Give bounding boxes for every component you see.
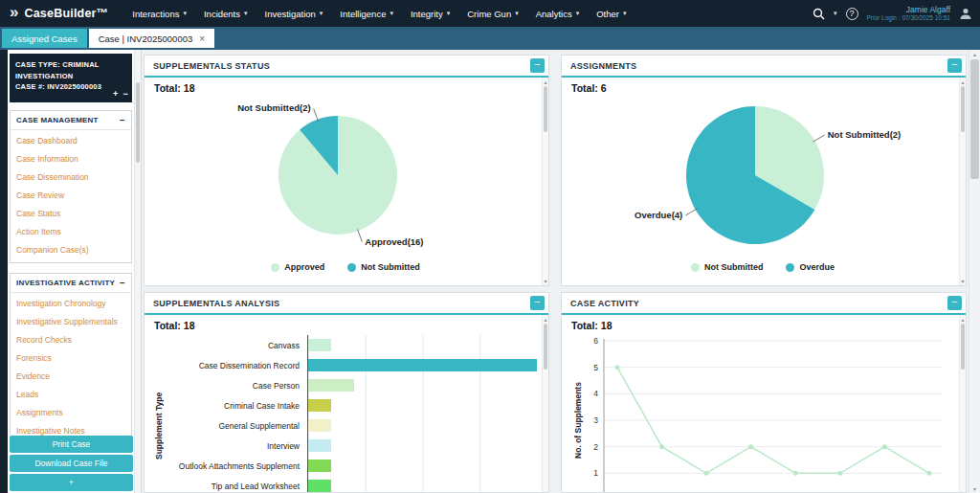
add-button[interactable]: + xyxy=(10,474,133,491)
bar-category-label: General Supplemental xyxy=(166,421,307,431)
scrollbar-thumb[interactable] xyxy=(961,324,965,370)
pie-label-not-submitted: Not Submitted(2) xyxy=(237,102,311,113)
tab-case[interactable]: Case | INV2025000003 × xyxy=(89,29,214,48)
page-scrollbar[interactable]: ▴ ▾ xyxy=(969,50,980,493)
panel-scrollbar[interactable]: ▴ xyxy=(959,315,966,492)
panel-scrollbar[interactable]: ▴ ▾ xyxy=(959,78,966,285)
scroll-up-icon[interactable]: ▴ xyxy=(960,78,966,85)
sidebar-item-leads[interactable]: Leads xyxy=(11,386,131,404)
assignments-pie-svg: Not Submitted(2)Overdue(4) xyxy=(571,95,954,256)
bar-track xyxy=(307,476,537,492)
sidebar-item-case-dashboard[interactable]: Case Dashboard xyxy=(11,132,131,150)
svg-text:1: 1 xyxy=(593,468,598,478)
legend-label: Overdue xyxy=(799,262,835,272)
sidebar-item-case-review[interactable]: Case Review xyxy=(11,187,131,205)
menu-analytics[interactable]: Analytics▾ xyxy=(527,0,589,27)
panel-title: ASSIGNMENTS xyxy=(570,61,636,71)
legend-swatch xyxy=(786,263,794,272)
menu-label: Intelligence xyxy=(340,9,386,19)
app-brand: CaseBuilder™ xyxy=(24,7,108,20)
case-number: CASE #: INV2025000003 xyxy=(15,81,126,93)
help-icon[interactable]: ? xyxy=(846,8,858,20)
user-avatar-icon[interactable] xyxy=(959,7,972,20)
scrollbar-thumb[interactable] xyxy=(961,86,965,132)
collapse-icon[interactable]: − xyxy=(120,278,125,288)
menu-interactions[interactable]: Interactions▾ xyxy=(123,0,195,27)
minimize-button[interactable]: − xyxy=(947,296,962,310)
legend-label: Approved xyxy=(284,262,324,272)
section-case-management: CASE MANAGEMENT − Case Dashboard Case In… xyxy=(10,110,132,263)
sidebar-item-action-items[interactable]: Action Items xyxy=(11,223,131,241)
panel-scrollbar[interactable]: ▴ xyxy=(542,315,548,492)
scrollbar-thumb[interactable] xyxy=(970,59,979,179)
section-investigative-activity: INVESTIGATIVE ACTIVITY − Investigation C… xyxy=(10,273,132,462)
sidebar-scrollbar[interactable] xyxy=(134,50,141,493)
print-case-button[interactable]: Print Case xyxy=(10,436,133,453)
minimize-button[interactable]: − xyxy=(530,58,545,73)
supplementals-status-pie-svg: Approved(16)Not Submitted(2) xyxy=(154,95,537,256)
tab-bar: Assigned Cases Case | INV2025000003 × xyxy=(0,27,980,50)
bar-category-label: Criminal Case Intake xyxy=(166,401,307,411)
legend-item-not-submitted: Not Submitted xyxy=(691,262,764,272)
bar-category-label: Canvass xyxy=(166,341,307,350)
total-value: 18 xyxy=(601,320,612,331)
scroll-down-icon[interactable]: ▾ xyxy=(969,485,980,492)
scrollbar-thumb[interactable] xyxy=(544,86,547,132)
scroll-down-icon[interactable]: ▾ xyxy=(543,278,548,284)
menu-crime-gun[interactable]: Crime Gun▾ xyxy=(458,0,526,27)
panel-case-activity: CASE ACTIVITY − Total:18 0123456No. of S… xyxy=(561,292,967,493)
sidebar-item-case-status[interactable]: Case Status xyxy=(11,205,131,223)
svg-text:6: 6 xyxy=(593,336,598,346)
bar-track xyxy=(307,456,537,476)
bar-track xyxy=(307,355,537,375)
panel-title: SUPPLEMENTALS ANALYSIS xyxy=(153,299,279,308)
sidebar-item-companion-cases[interactable]: Companion Case(s) xyxy=(11,241,131,259)
scroll-up-icon[interactable]: ▴ xyxy=(543,78,548,85)
panel-scrollbar[interactable]: ▴ ▾ xyxy=(542,78,548,285)
sidebar-item-evidence[interactable]: Evidence xyxy=(11,368,131,386)
menu-incidents[interactable]: Incidents▾ xyxy=(195,0,256,27)
legend-item-overdue: Overdue xyxy=(786,262,835,272)
scroll-up-icon[interactable]: ▴ xyxy=(543,316,548,323)
svg-text:3: 3 xyxy=(593,415,598,425)
scroll-down-icon[interactable]: ▾ xyxy=(960,278,966,284)
sidebar-item-investigation-chronology[interactable]: Investigation Chronology xyxy=(11,295,131,313)
scroll-up-icon[interactable]: ▴ xyxy=(960,316,966,323)
menu-intelligence[interactable]: Intelligence▾ xyxy=(331,0,402,27)
menu-investigation[interactable]: Investigation▾ xyxy=(256,0,332,27)
tab-assigned-cases[interactable]: Assigned Cases xyxy=(2,29,87,48)
minimize-button[interactable]: − xyxy=(530,296,545,310)
scroll-up-icon[interactable]: ▴ xyxy=(969,51,980,57)
dashboard-grid: SUPPLEMENTALS STATUS − Total:18 Approved… xyxy=(144,50,967,493)
minimize-button[interactable]: − xyxy=(947,58,962,73)
sidebar-item-case-information[interactable]: Case Information xyxy=(11,150,131,168)
user-menu[interactable]: Jamie Algaff Prior Login : 07/30/2025 10… xyxy=(867,5,950,23)
menu-label: Investigation xyxy=(265,9,316,19)
sidebar-item-record-checks[interactable]: Record Checks xyxy=(11,331,131,349)
user-name: Jamie Algaff xyxy=(867,5,950,15)
legend-item-approved: Approved xyxy=(271,262,324,272)
chart-legend: ApprovedNot Submitted xyxy=(154,256,537,279)
sidebar: CASE TYPE: CRIMINAL INVESTIGATION CASE #… xyxy=(8,50,142,493)
chevron-down-icon: ▾ xyxy=(623,10,627,17)
scrollbar-thumb[interactable] xyxy=(136,82,140,163)
search-icon[interactable] xyxy=(813,8,825,20)
content-area: CASE TYPE: CRIMINAL INVESTIGATION CASE #… xyxy=(0,50,980,493)
menu-other[interactable]: Other▾ xyxy=(588,0,635,27)
menu-integrity[interactable]: Integrity▾ xyxy=(402,0,458,27)
sidebar-item-assignments[interactable]: Assignments xyxy=(11,404,131,422)
search-caret-icon[interactable]: ▾ xyxy=(834,10,837,17)
bar-category-label: Interview xyxy=(166,441,307,451)
sidebar-item-forensics[interactable]: Forensics xyxy=(11,349,131,368)
close-icon[interactable]: × xyxy=(199,34,205,44)
svg-text:2: 2 xyxy=(593,442,598,452)
bar-criminal-case-intake xyxy=(308,399,331,412)
sidebar-item-investigative-supplementals[interactable]: Investigative Supplementals xyxy=(11,313,131,331)
collapse-icon[interactable]: − xyxy=(120,115,125,125)
download-case-file-button[interactable]: Download Case File xyxy=(10,455,133,472)
case-box-expand-icon[interactable]: + xyxy=(113,88,118,101)
scrollbar-thumb[interactable] xyxy=(544,324,547,370)
sidebar-item-case-dissemination[interactable]: Case Dissemination xyxy=(11,168,131,187)
case-box-collapse-icon[interactable]: − xyxy=(123,88,128,101)
app-logo-icon[interactable]: » xyxy=(10,3,18,22)
